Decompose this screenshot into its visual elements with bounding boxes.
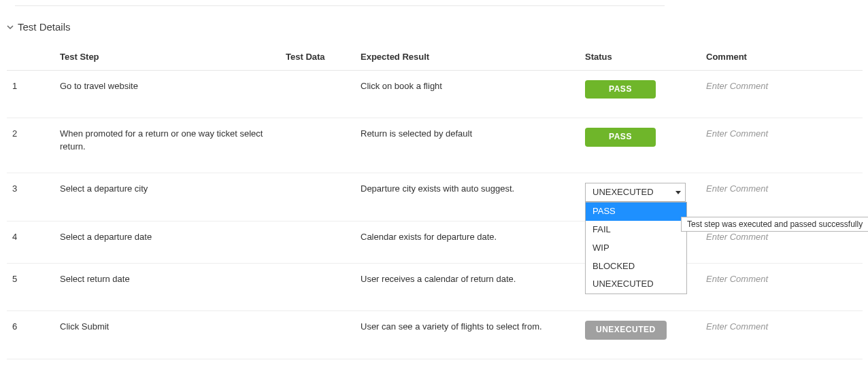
row-number: 1 [7,71,54,118]
test-data [280,173,355,221]
col-header-num [7,45,54,71]
row-number: 3 [7,173,54,221]
comment-cell[interactable]: Enter Comment [701,173,863,221]
col-header-step: Test Step [54,45,280,71]
table-row: 5Select return dateUser receives a calen… [7,263,863,310]
expected-result: Departure city exists with auto suggest. [355,173,580,221]
status-select-value: UNEXECUTED [592,186,654,199]
expected-result: User receives a calendar of return date. [355,263,580,310]
comment-placeholder: Enter Comment [706,128,768,139]
expected-result: Calendar exists for departure date. [355,221,580,264]
table-row: 2When promoted for a return or one way t… [7,118,863,173]
status-cell: PASS [580,118,701,173]
row-number: 2 [7,118,54,173]
chevron-down-icon [7,24,14,31]
status-badge-pass[interactable]: PASS [585,80,656,99]
test-step: Click Submit [54,311,280,359]
test-data [280,263,355,310]
expected-result: Click on book a flight [355,71,580,118]
col-header-status: Status [580,45,701,71]
test-step: Select a departure date [54,221,280,264]
status-option[interactable]: BLOCKED [586,257,686,276]
test-data [280,221,355,264]
comment-placeholder: Enter Comment [706,183,768,194]
table-row: 1Go to travel websiteClick on book a fli… [7,71,863,118]
comment-cell[interactable]: Enter Comment [701,71,863,118]
test-step: When promoted for a return or one way ti… [54,118,280,173]
status-badge-pass[interactable]: PASS [585,128,656,146]
status-badge-unexecuted[interactable]: UNEXECUTED [585,321,667,339]
caret-down-icon [675,191,681,194]
status-option[interactable]: FAIL [586,221,686,239]
col-header-data: Test Data [280,45,355,71]
expected-result: User can see a variety of flights to sel… [355,311,580,359]
comment-cell[interactable]: Enter Comment [701,118,863,173]
comment-placeholder: Enter Comment [706,232,768,242]
test-steps-table: Test Step Test Data Expected Result Stat… [7,45,863,359]
status-tooltip: Test step was executed and passed succes… [681,217,868,232]
status-dropdown: PASSFAILWIPBLOCKEDUNEXECUTED [585,202,687,294]
test-data [280,311,355,359]
status-cell: UNEXECUTED [580,311,701,359]
test-step: Go to travel website [54,71,280,118]
status-option[interactable]: UNEXECUTED [586,275,686,294]
section-title: Test Details [18,21,71,33]
row-number: 4 [7,221,54,264]
test-step: Select a departure city [54,173,280,221]
status-cell: PASS [580,71,701,118]
row-number: 6 [7,311,54,359]
comment-placeholder: Enter Comment [706,81,768,91]
status-select[interactable]: UNEXECUTEDPASSFAILWIPBLOCKEDUNEXECUTED [585,183,686,202]
top-divider [15,5,665,6]
comment-placeholder: Enter Comment [706,274,768,284]
comment-placeholder: Enter Comment [706,321,768,332]
status-option[interactable]: PASS [586,202,686,221]
table-row: 3Select a departure cityDeparture city e… [7,173,863,221]
test-data [280,71,355,118]
table-row: 6Click SubmitUser can see a variety of f… [7,311,863,359]
status-option[interactable]: WIP [586,239,686,257]
col-header-result: Expected Result [355,45,580,71]
test-step: Select return date [54,263,280,310]
row-number: 5 [7,263,54,310]
test-data [280,118,355,173]
comment-cell[interactable]: Enter Comment [701,263,863,310]
status-cell: UNEXECUTEDPASSFAILWIPBLOCKEDUNEXECUTED [580,173,701,221]
comment-cell[interactable]: Enter Comment [701,311,863,359]
section-toggle[interactable]: Test Details [7,21,863,33]
col-header-comment: Comment [701,45,863,71]
expected-result: Return is selected by default [355,118,580,173]
